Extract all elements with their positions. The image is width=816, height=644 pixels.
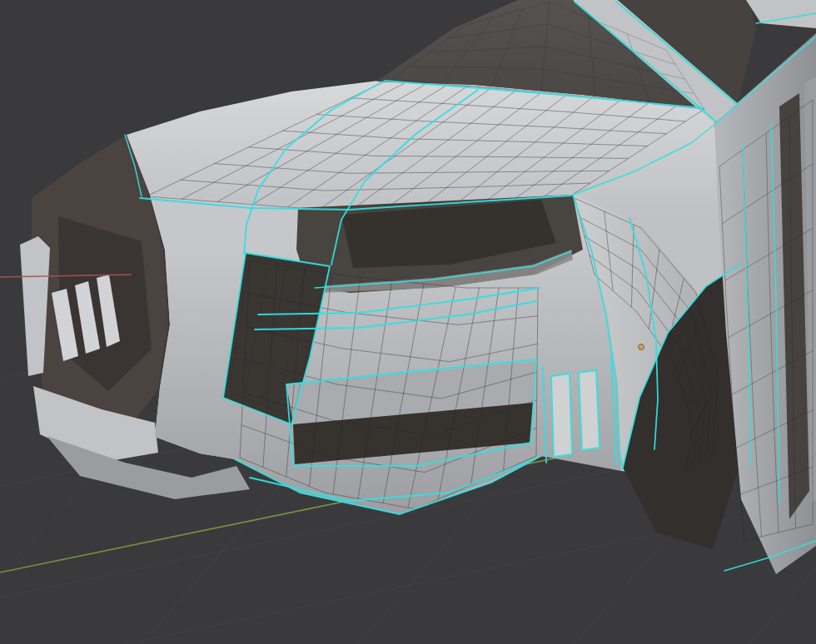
origin-point[interactable]	[639, 344, 644, 350]
3d-viewport[interactable]	[0, 0, 816, 644]
viewport-canvas[interactable]	[0, 0, 816, 644]
side-vent-slat[interactable]	[551, 374, 572, 457]
